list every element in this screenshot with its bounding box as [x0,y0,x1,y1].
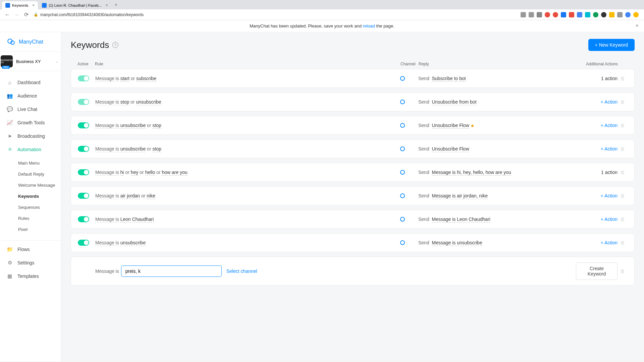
ext-icon[interactable] [601,12,606,17]
subnav-main-menu[interactable]: Main Menu [18,158,61,169]
trash-icon[interactable]: 🗑 [618,99,628,105]
rule-text[interactable]: Message is Leon Chaudhari [95,217,400,222]
avatar-icon[interactable] [625,12,631,17]
keyword-rule-row[interactable]: Message is unsubscribe or stopSend Unsub… [71,116,635,135]
reply-text[interactable]: Send Message is Leon Chaudhari [418,217,576,222]
reply-text[interactable]: Send Unsubscribe Flow [418,146,576,152]
add-action-link[interactable]: + Action [601,217,618,222]
sidebar-item-growth-tools[interactable]: 📈 Growth Tools [0,116,61,129]
channel-icon[interactable] [400,170,405,175]
trash-icon[interactable]: 🗑 [618,146,628,152]
active-toggle[interactable] [78,169,89,175]
subnav-welcome-message[interactable]: Welcome Message [18,180,61,191]
add-action-link[interactable]: + Action [601,123,618,128]
rule-text[interactable]: Message is unsubscribe or stop [95,146,400,152]
keyword-rule-row[interactable]: Message is stop or unsubscribeSend Unsub… [71,93,635,111]
add-action-link[interactable]: + Action [601,240,618,245]
keyword-rule-row[interactable]: Message is unsubscribe or stopSend Unsub… [71,139,635,158]
browser-tab[interactable]: (1) Leon R. Chaudhari | Faceb... × [39,1,111,9]
ext-icon[interactable] [529,12,534,17]
trash-icon[interactable]: 🗑 [618,240,628,245]
subnav-sequences[interactable]: Sequences [18,202,61,213]
keyword-input[interactable] [121,265,222,277]
keyword-rule-row[interactable]: Message is air jordan or nikeSend Messag… [71,186,635,205]
subnav-rules[interactable]: Rules [18,213,61,224]
add-action-link[interactable]: + Action [601,99,618,105]
action-count[interactable]: 1 action [601,76,618,81]
reply-text[interactable]: Send Message is air jordan, nike [418,193,576,198]
select-channel-link[interactable]: Select channel [226,268,257,274]
channel-icon[interactable] [400,76,405,81]
add-action-link[interactable]: + Action [601,193,618,198]
browser-tab-active[interactable]: Keywords × [2,1,38,9]
back-button[interactable]: ← [4,11,11,18]
active-toggle[interactable] [78,99,89,105]
ext-icon[interactable] [569,12,574,17]
subnav-keywords[interactable]: Keywords [18,191,61,202]
active-toggle[interactable] [78,193,89,199]
reply-text[interactable]: Send Unsubscribe Flow [418,123,576,128]
ext-icon[interactable] [633,12,639,17]
forward-button[interactable]: → [13,11,20,18]
keyword-rule-row[interactable]: Message is start or subscribeSend Subscr… [71,69,635,88]
keyword-rule-row[interactable]: Message is Leon ChaudhariSend Message is… [71,210,635,229]
sidebar-item-broadcasting[interactable]: ➤ Broadcasting [0,129,61,143]
trash-icon[interactable]: 🗑 [618,76,628,81]
rule-text[interactable]: Message is unsubscribe [95,240,400,245]
sidebar-item-audience[interactable]: 👥 Audience [0,89,61,103]
new-keyword-button[interactable]: + New Keyword [588,39,635,51]
trash-icon[interactable]: 🗑 [618,123,628,128]
ext-icon[interactable] [553,12,558,17]
channel-icon[interactable] [400,146,405,151]
help-icon[interactable]: ? [112,42,118,48]
sidebar-item-settings[interactable]: ⚙ Settings [0,256,61,269]
keyword-rule-row[interactable]: Message is hi or hey or hello or how are… [71,163,635,182]
close-icon[interactable]: × [106,3,108,8]
reply-text[interactable]: Send Subscribe to bot [418,76,576,81]
keyword-rule-row[interactable]: Message is unsubscribeSend Message is un… [71,233,635,252]
ext-icon[interactable] [545,12,550,17]
active-toggle[interactable] [78,216,89,222]
subnav-default-reply[interactable]: Default Reply [18,169,61,180]
trash-icon[interactable]: 🗑 [618,217,628,222]
url-field[interactable]: 🔒 manychat.com/fb181039443240830/automat… [31,12,521,17]
active-toggle[interactable] [78,240,89,246]
reload-link[interactable]: reload [363,23,375,28]
active-toggle[interactable] [78,75,89,81]
channel-icon[interactable] [400,217,405,222]
ext-icon[interactable] [577,12,582,17]
sidebar-item-dashboard[interactable]: ⌂ Dashboard [0,76,61,89]
close-icon[interactable]: × [636,23,639,29]
new-tab-button[interactable]: + [115,2,117,7]
ext-icon[interactable] [617,12,623,17]
ext-icon[interactable] [537,12,542,17]
channel-icon[interactable] [400,123,405,128]
brand-logo[interactable]: ManyChat [0,32,61,52]
add-action-link[interactable]: + Action [601,146,618,152]
ext-icon[interactable] [561,12,566,17]
rule-text[interactable]: Message is hi or hey or hello or how are… [95,170,400,175]
sidebar-item-automation[interactable]: ⚛ Automation [0,143,61,156]
trash-icon[interactable]: 🗑 [618,193,628,198]
reload-button[interactable]: ⟳ [23,11,30,18]
reply-text[interactable]: Send Message is unsubscribe [418,240,576,245]
rule-text[interactable]: Message is stop or unsubscribe [95,99,400,105]
rule-text[interactable]: Message is air jordan or nike [95,193,400,198]
ext-icon[interactable] [521,12,526,17]
active-toggle[interactable] [78,146,89,152]
reply-text[interactable]: Send Message is hi, hey, hello, how are … [418,170,576,175]
rule-text[interactable]: Message is unsubscribe or stop [95,123,400,128]
create-keyword-button[interactable]: Create Keyword [576,262,618,280]
reply-text[interactable]: Send Unsubscribe from bot [418,99,576,105]
action-count[interactable]: 1 action [601,170,618,175]
ext-icon[interactable] [585,12,590,17]
trash-icon[interactable]: 🗑 [618,170,628,175]
trash-icon[interactable]: 🗑 [618,268,628,274]
rule-text[interactable]: Message is start or subscribe [95,76,400,81]
active-toggle[interactable] [78,122,89,128]
close-icon[interactable]: × [32,3,35,8]
sidebar-item-flows[interactable]: 📁 Flows [0,243,61,256]
channel-icon[interactable] [400,100,405,104]
ext-icon[interactable] [593,12,598,17]
subnav-pixel[interactable]: Pixel [18,224,61,235]
